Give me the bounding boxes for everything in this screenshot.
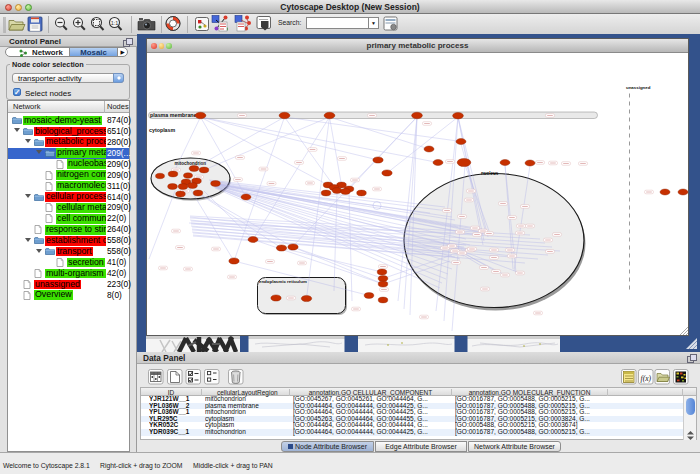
svg-text:nucleus: nucleus [481,171,499,176]
svg-text:endoplasmic reticulum: endoplasmic reticulum [259,279,307,284]
svg-text:plasma membrane: plasma membrane [150,112,197,118]
svg-text:1:1: 1:1 [111,20,119,26]
svg-text:unassigned: unassigned [626,85,651,90]
svg-text:f(x): f(x) [641,373,652,382]
svg-text:cytoplasm: cytoplasm [149,127,175,133]
